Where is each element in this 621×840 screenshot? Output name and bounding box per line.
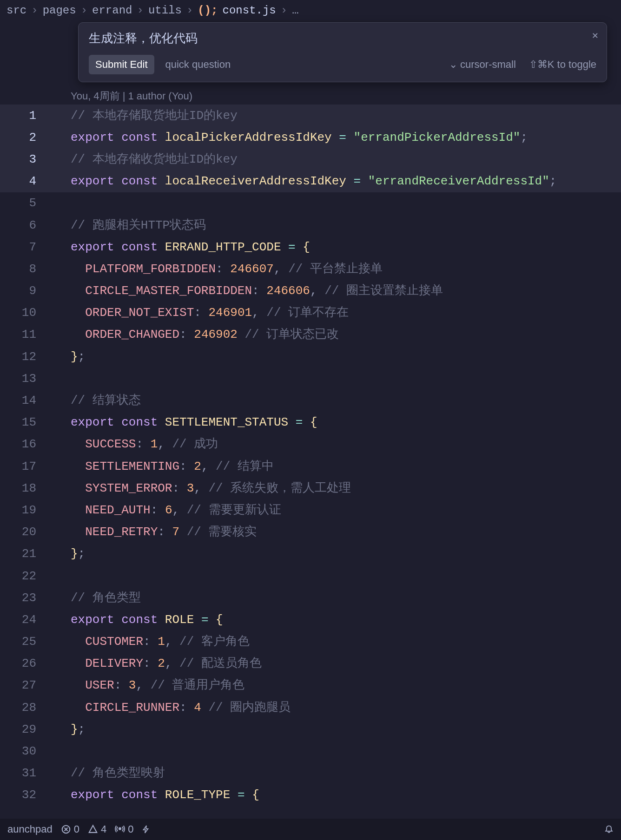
launchpad-item[interactable]: aunchpad (7, 823, 53, 835)
line-number[interactable]: 19 (0, 503, 50, 517)
code-line[interactable]: 32export const ROLE_TYPE = { (0, 784, 621, 806)
code-line[interactable]: 28 CIRCLE_RUNNER: 4 // 圈内跑腿员 (0, 696, 621, 718)
code-editor[interactable]: 1// 本地存储取货地址ID的key2export const localPic… (0, 105, 621, 819)
code-content[interactable]: }; (71, 723, 621, 735)
line-number[interactable]: 9 (0, 284, 50, 298)
code-content[interactable]: export const SETTLEMENT_STATUS = { (71, 416, 621, 428)
code-line[interactable]: 25 CUSTOMER: 1, // 客户角色 (0, 631, 621, 653)
line-number[interactable]: 26 (0, 656, 50, 670)
line-number[interactable]: 4 (0, 174, 50, 188)
line-number[interactable]: 13 (0, 372, 50, 386)
code-content[interactable]: ORDER_CHANGED: 246902 // 订单状态已改 (71, 328, 621, 341)
code-content[interactable]: export const localReceiverAddressIdKey =… (71, 175, 621, 187)
code-line[interactable]: 3// 本地存储收货地址ID的key (0, 148, 621, 170)
code-content[interactable]: USER: 3, // 普通用户角色 (71, 679, 621, 691)
line-number[interactable]: 6 (0, 218, 50, 232)
code-content[interactable]: NEED_AUTH: 6, // 需要更新认证 (71, 504, 621, 516)
line-number[interactable]: 7 (0, 240, 50, 254)
line-number[interactable]: 28 (0, 701, 50, 715)
code-content[interactable]: export const ERRAND_HTTP_CODE = { (71, 241, 621, 253)
code-line[interactable]: 29}; (0, 718, 621, 740)
line-number[interactable]: 32 (0, 788, 50, 802)
code-line[interactable]: 18 SYSTEM_ERROR: 3, // 系统失败，需人工处理 (0, 477, 621, 499)
problems-errors[interactable]: 0 (61, 823, 79, 835)
code-content[interactable]: PLATFORM_FORBIDDEN: 246607, // 平台禁止接单 (71, 263, 621, 275)
code-line[interactable]: 8 PLATFORM_FORBIDDEN: 246607, // 平台禁止接单 (0, 258, 621, 280)
line-number[interactable]: 21 (0, 547, 50, 561)
code-line[interactable]: 30 (0, 740, 621, 762)
code-content[interactable]: CIRCLE_RUNNER: 4 // 圈内跑腿员 (71, 702, 621, 714)
line-number[interactable]: 18 (0, 481, 50, 495)
code-content[interactable]: SYSTEM_ERROR: 3, // 系统失败，需人工处理 (71, 482, 621, 494)
line-number[interactable]: 8 (0, 262, 50, 276)
line-number[interactable]: 29 (0, 722, 50, 736)
code-line[interactable]: 9 CIRCLE_MASTER_FORBIDDEN: 246606, // 圈主… (0, 280, 621, 302)
code-content[interactable]: ORDER_NOT_EXIST: 246901, // 订单不存在 (71, 307, 621, 319)
line-number[interactable]: 5 (0, 196, 50, 210)
code-content[interactable]: // 角色类型映射 (71, 767, 621, 779)
line-number[interactable]: 12 (0, 350, 50, 364)
ports-item[interactable]: 0 (115, 823, 133, 835)
code-line[interactable]: 22 (0, 565, 621, 587)
code-content[interactable]: // 本地存储收货地址ID的key (71, 153, 621, 165)
line-number[interactable]: 2 (0, 131, 50, 144)
line-number[interactable]: 24 (0, 613, 50, 627)
code-line[interactable]: 21}; (0, 543, 621, 565)
code-line[interactable]: 6// 跑腿相关HTTP状态码 (0, 214, 621, 236)
code-content[interactable]: // 跑腿相关HTTP状态码 (71, 219, 621, 231)
code-line[interactable]: 13 (0, 368, 621, 389)
code-line[interactable]: 23// 角色类型 (0, 587, 621, 609)
code-content[interactable]: CIRCLE_MASTER_FORBIDDEN: 246606, // 圈主设置… (71, 285, 621, 297)
line-number[interactable]: 31 (0, 766, 50, 780)
line-number[interactable]: 14 (0, 394, 50, 407)
code-line[interactable]: 11 ORDER_CHANGED: 246902 // 订单状态已改 (0, 324, 621, 346)
code-line[interactable]: 16 SUCCESS: 1, // 成功 (0, 433, 621, 455)
line-number[interactable]: 17 (0, 459, 50, 473)
line-number[interactable]: 22 (0, 569, 50, 583)
problems-warnings[interactable]: 4 (88, 823, 106, 835)
code-line[interactable]: 14// 结算状态 (0, 389, 621, 411)
breadcrumb-part[interactable]: pages (43, 4, 76, 17)
lightning-icon[interactable] (142, 824, 150, 834)
breadcrumb-part[interactable]: utils (148, 4, 182, 17)
line-number[interactable]: 27 (0, 678, 50, 692)
code-line[interactable]: 17 SETTLEMENTING: 2, // 结算中 (0, 455, 621, 477)
line-number[interactable]: 30 (0, 744, 50, 758)
breadcrumb-file[interactable]: const.js (223, 4, 276, 17)
line-number[interactable]: 25 (0, 635, 50, 649)
code-line[interactable]: 31// 角色类型映射 (0, 762, 621, 784)
line-number[interactable]: 15 (0, 415, 50, 429)
code-line[interactable]: 7export const ERRAND_HTTP_CODE = { (0, 236, 621, 258)
line-number[interactable]: 1 (0, 109, 50, 123)
code-line[interactable]: 19 NEED_AUTH: 6, // 需要更新认证 (0, 499, 621, 521)
code-content[interactable]: // 结算状态 (71, 394, 621, 407)
code-content[interactable]: // 本地存储取货地址ID的key (71, 110, 621, 122)
code-content[interactable]: export const ROLE = { (71, 614, 621, 626)
code-content[interactable]: SUCCESS: 1, // 成功 (71, 438, 621, 450)
code-line[interactable]: 1// 本地存储取货地址ID的key (0, 105, 621, 126)
code-content[interactable]: DELIVERY: 2, // 配送员角色 (71, 657, 621, 669)
code-content[interactable]: }; (71, 351, 621, 363)
code-content[interactable]: export const ROLE_TYPE = { (71, 789, 621, 801)
bell-icon[interactable] (604, 824, 614, 834)
code-line[interactable]: 27 USER: 3, // 普通用户角色 (0, 675, 621, 696)
breadcrumb[interactable]: src › pages › errand › utils › (); const… (0, 0, 621, 20)
breadcrumb-trail[interactable]: … (292, 4, 298, 17)
breadcrumb-part[interactable]: errand (92, 4, 132, 17)
quick-question-link[interactable]: quick question (165, 59, 231, 71)
code-content[interactable]: CUSTOMER: 1, // 客户角色 (71, 636, 621, 648)
line-number[interactable]: 10 (0, 306, 50, 320)
close-icon[interactable]: ✕ (592, 29, 598, 42)
code-line[interactable]: 4export const localReceiverAddressIdKey … (0, 171, 621, 192)
code-content[interactable]: NEED_RETRY: 7 // 需要核实 (71, 526, 621, 538)
submit-edit-button[interactable]: Submit Edit (89, 55, 154, 74)
line-number[interactable]: 11 (0, 328, 50, 341)
ai-prompt-text[interactable]: 生成注释，优化代码 (89, 30, 596, 46)
code-line[interactable]: 20 NEED_RETRY: 7 // 需要核实 (0, 521, 621, 543)
git-blame-info[interactable]: You, 4周前 | 1 author (You) (71, 89, 192, 103)
line-number[interactable]: 16 (0, 437, 50, 451)
code-line[interactable]: 15export const SETTLEMENT_STATUS = { (0, 412, 621, 433)
code-content[interactable]: // 角色类型 (71, 592, 621, 604)
line-number[interactable]: 20 (0, 525, 50, 539)
breadcrumb-part[interactable]: src (7, 4, 26, 17)
